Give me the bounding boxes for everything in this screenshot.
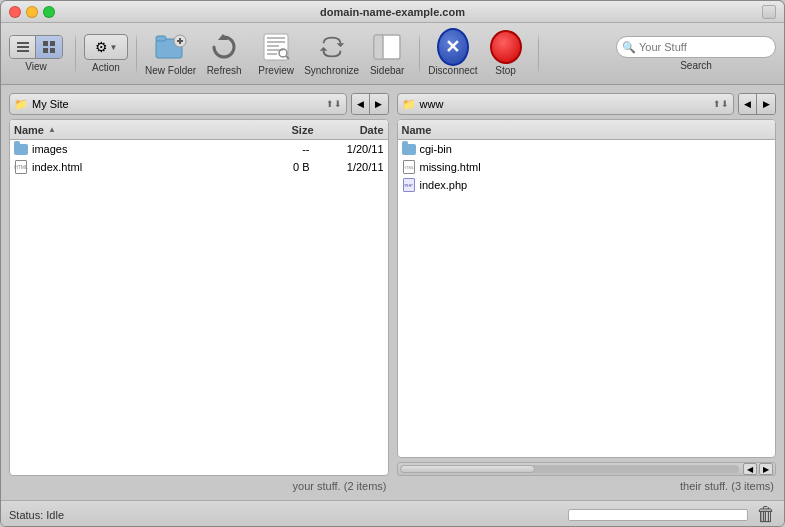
file-name: cgi-bin <box>420 143 772 155</box>
table-row[interactable]: HTML index.html 0 B 1/20/11 <box>10 158 388 176</box>
right-pane-footer: their stuff. (3 items) <box>397 480 777 492</box>
left-location-select[interactable]: 📁 My Site ⬆⬇ <box>9 93 347 115</box>
left-nav-back[interactable]: ◀ <box>352 94 370 114</box>
action-dropdown-arrow: ▼ <box>110 43 118 52</box>
left-location-text: 📁 My Site <box>14 98 69 111</box>
trash-icon[interactable]: 🗑 <box>756 503 776 526</box>
maximize-button[interactable] <box>43 6 55 18</box>
separator-1 <box>75 33 76 75</box>
search-input[interactable] <box>616 36 776 58</box>
separator-4 <box>538 33 539 75</box>
statusbar-right: 🗑 <box>568 503 776 526</box>
disconnect-x-icon: ✕ <box>445 38 460 56</box>
table-row[interactable]: cgi-bin <box>398 140 776 158</box>
synchronize-button[interactable] <box>316 31 348 63</box>
gear-icon: ⚙ <box>95 39 108 55</box>
right-location-select[interactable]: 📁 www ⬆⬇ <box>397 93 735 115</box>
right-nav-back[interactable]: ◀ <box>739 94 757 114</box>
right-scrollbar[interactable]: ◀ ▶ <box>397 462 777 476</box>
right-file-rows: cgi-bin HTML missing.html PHP index.php <box>398 140 776 457</box>
sidebar-label: Sidebar <box>370 65 404 76</box>
view-buttons <box>9 35 63 59</box>
preview-label: Preview <box>258 65 294 76</box>
minimize-button[interactable] <box>26 6 38 18</box>
titlebar: domain-name-example.com <box>1 1 784 23</box>
file-name: index.php <box>420 179 772 191</box>
svg-rect-2 <box>17 50 29 52</box>
synchronize-group: Synchronize <box>304 31 359 76</box>
progress-bar <box>568 509 748 521</box>
disconnect-button[interactable]: ✕ <box>437 31 469 63</box>
file-size: 0 B <box>250 161 310 173</box>
disconnect-group: ✕ Disconnect <box>428 31 477 76</box>
svg-rect-4 <box>50 41 55 46</box>
window-title: domain-name-example.com <box>320 6 465 18</box>
file-name: images <box>32 143 246 155</box>
file-date: 1/20/11 <box>314 161 384 173</box>
new-folder-button[interactable] <box>155 31 187 63</box>
view-label: View <box>25 61 47 72</box>
disconnect-label: Disconnect <box>428 65 477 76</box>
html-file-icon: HTML <box>14 160 28 174</box>
right-pane-header: 📁 www ⬆⬇ ◀ ▶ <box>397 93 777 115</box>
close-button[interactable] <box>9 6 21 18</box>
left-location-name: My Site <box>32 98 69 110</box>
right-nav-buttons: ◀ ▶ <box>738 93 776 115</box>
right-file-list-header: Name <box>398 120 776 140</box>
view-icon-button[interactable] <box>36 36 62 58</box>
refresh-label: Refresh <box>207 65 242 76</box>
preview-button[interactable] <box>260 31 292 63</box>
right-select-arrow: ⬆⬇ <box>713 99 729 109</box>
left-file-list: Name ▲ Size Date images -- 1/20/11 <box>9 119 389 476</box>
new-folder-group: New Folder <box>145 31 196 76</box>
right-nav-forward[interactable]: ▶ <box>757 94 775 114</box>
refresh-group: Refresh <box>200 31 248 76</box>
file-name: index.html <box>32 161 246 173</box>
left-nav-forward[interactable]: ▶ <box>370 94 388 114</box>
left-pane-footer: your stuff. (2 items) <box>9 480 389 492</box>
sidebar-group: Sidebar <box>363 31 411 76</box>
left-pane-header: 📁 My Site ⬆⬇ ◀ ▶ <box>9 93 389 115</box>
stop-button[interactable] <box>490 31 522 63</box>
stop-circle <box>490 30 522 64</box>
left-folder-icon: 📁 <box>14 98 28 111</box>
php-file-icon: PHP <box>402 178 416 192</box>
svg-rect-5 <box>43 48 48 53</box>
refresh-button[interactable] <box>208 31 240 63</box>
table-row[interactable]: PHP index.php <box>398 176 776 194</box>
left-file-rows: images -- 1/20/11 HTML index.html 0 B 1/… <box>10 140 388 475</box>
traffic-lights <box>9 6 55 18</box>
file-size: -- <box>250 143 310 155</box>
svg-rect-18 <box>267 53 277 55</box>
left-nav-buttons: ◀ ▶ <box>351 93 389 115</box>
table-row[interactable]: HTML missing.html <box>398 158 776 176</box>
action-button[interactable]: ⚙ ▼ <box>84 34 128 60</box>
table-row[interactable]: images -- 1/20/11 <box>10 140 388 158</box>
left-col-name: Name ▲ <box>14 124 254 136</box>
right-folder-icon: 📁 <box>402 98 416 111</box>
scroll-right-button[interactable]: ▶ <box>759 463 773 475</box>
svg-rect-15 <box>267 41 285 43</box>
svg-rect-1 <box>17 46 29 48</box>
html-file-icon: HTML <box>402 160 416 174</box>
disconnect-circle: ✕ <box>437 28 469 66</box>
stop-label: Stop <box>495 65 516 76</box>
search-container: 🔍 Search <box>616 36 776 71</box>
folder-icon <box>402 142 416 156</box>
status-text: Status: Idle <box>9 509 64 521</box>
right-location-name: www <box>420 98 444 110</box>
right-location-text: 📁 www <box>402 98 444 111</box>
svg-rect-3 <box>43 41 48 46</box>
window-resize-icon[interactable] <box>762 5 776 19</box>
preview-group: Preview <box>252 31 300 76</box>
view-list-button[interactable] <box>10 36 36 58</box>
search-wrapper: 🔍 <box>616 36 776 58</box>
new-folder-label: New Folder <box>145 65 196 76</box>
sidebar-button[interactable] <box>371 31 403 63</box>
svg-rect-22 <box>374 35 383 59</box>
left-select-arrow: ⬆⬇ <box>326 99 342 109</box>
svg-rect-16 <box>267 45 279 47</box>
svg-rect-0 <box>17 42 29 44</box>
scroll-left-button[interactable]: ◀ <box>743 463 757 475</box>
scrollbar-track <box>400 465 740 473</box>
